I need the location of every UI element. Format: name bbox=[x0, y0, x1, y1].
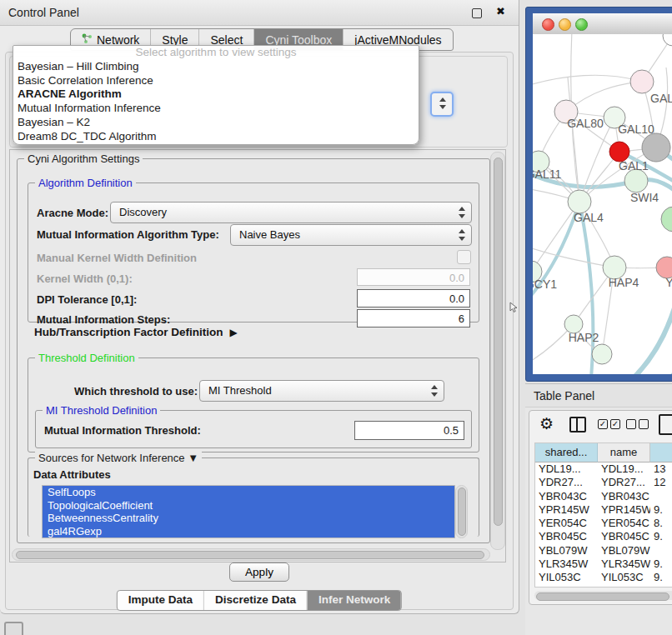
close-panel-icon[interactable]: ✖ bbox=[496, 5, 505, 18]
expander-arrow-icon: ▶ bbox=[230, 327, 238, 338]
combo-stepper-icon bbox=[458, 207, 465, 218]
minimized-panel-icon[interactable] bbox=[4, 622, 23, 635]
combo-stepper-icon bbox=[439, 98, 446, 109]
node-label: GAL4 bbox=[574, 211, 604, 224]
hub-definition-expander[interactable]: Hub/Transcription Factor Definition▶ bbox=[34, 326, 238, 338]
node-label: GAL bbox=[650, 92, 672, 105]
control-panel-window: Control Panel ✖ Network Style Select Cyn… bbox=[0, 0, 519, 614]
node-label: GAL11 bbox=[533, 168, 561, 181]
kernel-width-label: Kernel Width (0,1): bbox=[37, 272, 133, 285]
mi-type-label: Mutual Information Algorithm Type: bbox=[37, 228, 219, 241]
algorithm-combobox-focus-ring[interactable] bbox=[430, 92, 454, 117]
algorithm-select-popup: Select algorithm to view settings Bayesi… bbox=[13, 45, 419, 145]
popup-option[interactable]: Basic Correlation Inference bbox=[13, 74, 419, 88]
mi-threshold-field[interactable]: 0.5 bbox=[354, 421, 464, 440]
node-label: GAL10 bbox=[618, 122, 654, 136]
list-scrollbar-thumb[interactable] bbox=[458, 488, 466, 536]
network-canvas[interactable]: GAL GAL80 GAL10 GAL1 GAL11 SWI4 GAL4 GCY… bbox=[533, 34, 672, 374]
list-item[interactable]: gal4RGexp bbox=[43, 525, 454, 538]
node-label: HAP2 bbox=[569, 331, 599, 344]
popup-option[interactable]: Bayesian – K2 bbox=[13, 116, 419, 130]
table-row[interactable]: YBR045CYBR045C9. bbox=[535, 530, 672, 543]
aracne-mode-label: Aracne Mode: bbox=[37, 207, 108, 219]
screen: Control Panel ✖ Network Style Select Cyn… bbox=[0, 0, 672, 635]
network-node[interactable] bbox=[630, 70, 654, 93]
table-panel-body: ⚙ ✓ ✓ shared... name YDL19...YDL19...13 … bbox=[529, 410, 672, 605]
node-table: shared... name YDL19...YDL19...13 YDR27.… bbox=[534, 442, 672, 588]
column-header[interactable]: name bbox=[598, 443, 650, 462]
table-row[interactable]: YBR043CYBR043C bbox=[535, 490, 672, 503]
checked-box-icon: ✓ bbox=[610, 419, 620, 429]
mi-steps-field[interactable]: 6 bbox=[357, 309, 470, 328]
close-window-icon[interactable] bbox=[542, 18, 554, 31]
table-row[interactable]: YIL053CYIL053C9. bbox=[535, 571, 672, 584]
control-panel-titlebar: Control Panel ✖ bbox=[0, 0, 519, 26]
table-panel-title: Table Panel bbox=[534, 389, 594, 402]
settings-gear-icon[interactable]: ⚙ bbox=[539, 414, 554, 433]
settings-vertical-scrollbar bbox=[490, 152, 505, 550]
node-label: GCY1 bbox=[533, 278, 557, 291]
network-node[interactable] bbox=[592, 344, 612, 364]
table-header: shared... name bbox=[535, 443, 672, 462]
network-node[interactable] bbox=[661, 207, 672, 232]
network-window-titlebar[interactable] bbox=[533, 13, 672, 35]
table-row[interactable]: YER054CYER054C8. bbox=[535, 517, 672, 530]
tab-infer-network[interactable]: Infer Network bbox=[307, 591, 401, 610]
table-row[interactable]: YDR27...YDR27...12 bbox=[535, 476, 672, 489]
tab-impute-data[interactable]: Impute Data bbox=[118, 591, 203, 610]
table-horizontal-scrollbar bbox=[534, 591, 672, 600]
list-item[interactable]: SelfLoops bbox=[43, 486, 454, 499]
manual-kernel-checkbox[interactable] bbox=[457, 250, 471, 264]
settings-scroll-viewport: Cyni Algorithm Settings Algorithm Defini… bbox=[9, 149, 506, 562]
column-header[interactable] bbox=[650, 443, 672, 462]
popup-placeholder: Select algorithm to view settings bbox=[13, 46, 419, 60]
group-title: Algorithm Definition bbox=[35, 177, 136, 189]
apply-button[interactable]: Apply bbox=[229, 562, 289, 582]
column-header[interactable]: shared... bbox=[535, 443, 598, 462]
group-title: MI Threshold Definition bbox=[43, 404, 160, 417]
dpi-tolerance-field[interactable]: 0.0 bbox=[357, 289, 470, 308]
popup-option[interactable]: Mutual Information Inference bbox=[13, 102, 419, 116]
split-columns-icon[interactable] bbox=[569, 417, 586, 432]
mi-steps-label: Mutual Information Steps: bbox=[37, 313, 170, 326]
table-row[interactable]: YDL19...YDL19...13 bbox=[535, 462, 672, 476]
deselect-checkboxes-icon[interactable] bbox=[626, 419, 649, 429]
mi-threshold-definition-group: MI Threshold Definition Mutual Informati… bbox=[35, 410, 472, 448]
settings-horizontal-scrollbar-thumb[interactable] bbox=[16, 551, 484, 559]
sources-group-title[interactable]: Sources for Network Inference ▼ bbox=[35, 452, 202, 464]
list-scrollbar bbox=[455, 485, 468, 538]
select-all-checkboxes-icon[interactable]: ✓ ✓ bbox=[598, 419, 620, 429]
network-node-gray[interactable] bbox=[642, 133, 670, 162]
float-panel-icon[interactable] bbox=[472, 8, 482, 18]
popup-option-highlighted[interactable]: ARACNE Algorithm bbox=[13, 88, 419, 102]
combo-stepper-icon bbox=[430, 385, 438, 397]
which-threshold-combobox[interactable]: MI Threshold bbox=[199, 380, 444, 402]
node-label: Y bbox=[665, 276, 672, 289]
aracne-mode-combobox[interactable]: Discovery bbox=[110, 202, 472, 223]
file-icon[interactable] bbox=[659, 414, 672, 435]
minimize-window-icon[interactable] bbox=[559, 18, 571, 31]
thick-edges bbox=[533, 148, 672, 374]
zoom-window-icon[interactable] bbox=[575, 18, 588, 31]
popup-option[interactable]: Bayesian – Hill Climbing bbox=[13, 60, 419, 74]
mi-threshold-label: Mutual Information Threshold: bbox=[44, 424, 201, 437]
kernel-width-field[interactable]: 0.0 bbox=[357, 268, 470, 286]
list-item[interactable]: TopologicalCoefficient bbox=[43, 499, 454, 512]
network-node[interactable] bbox=[663, 34, 672, 46]
which-threshold-label: Which threshold to use: bbox=[74, 385, 198, 398]
tab-discretize-data[interactable]: Discretize Data bbox=[203, 591, 307, 610]
table-panel-titlebar: Table Panel bbox=[525, 383, 672, 408]
panel-title: Control Panel bbox=[8, 6, 79, 19]
settings-vertical-scrollbar-thumb[interactable] bbox=[494, 158, 503, 526]
table-horizontal-scrollbar-thumb[interactable] bbox=[536, 592, 669, 601]
table-row[interactable]: YLR345WYLR345W9. bbox=[535, 558, 672, 571]
network-view-window: GAL GAL80 GAL10 GAL1 GAL11 SWI4 GAL4 GCY… bbox=[525, 7, 672, 382]
list-item[interactable]: BetweennessCentrality bbox=[43, 512, 454, 525]
popup-option[interactable]: Dream8 DC_TDC Algorithm bbox=[13, 130, 419, 144]
mi-type-combobox[interactable]: Naive Bayes bbox=[230, 224, 472, 246]
table-row[interactable]: YPR145WYPR145W9. bbox=[535, 503, 672, 517]
table-row[interactable]: YBL079WYBL079W bbox=[535, 544, 672, 558]
mouse-cursor bbox=[509, 302, 519, 313]
network-node-swi4[interactable] bbox=[624, 169, 648, 192]
network-node-gal4[interactable] bbox=[568, 190, 591, 213]
